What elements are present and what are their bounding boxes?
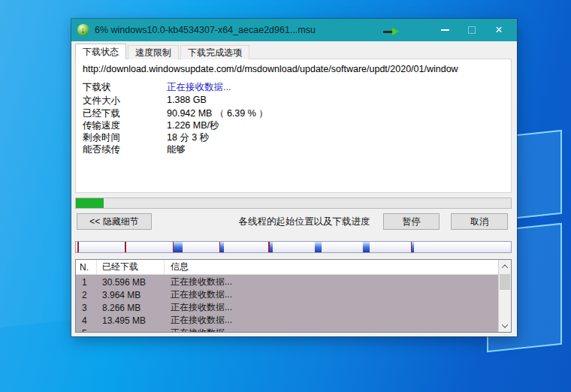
field-resume-capability: 能否续传 能够 [76, 143, 511, 155]
transfer-rate-value: 1.226 MB/秒 [167, 119, 219, 132]
progress-fill [76, 198, 104, 208]
thread-bar [75, 241, 512, 253]
thread-progress-block [220, 242, 224, 252]
tab-download-status[interactable]: 下载状态 [75, 44, 126, 59]
hide-details-button[interactable]: << 隐藏细节 [77, 213, 152, 230]
maximize-icon [468, 26, 476, 34]
thread-progress-block [270, 242, 273, 252]
scroll-down-button[interactable] [499, 319, 511, 332]
chevron-up-icon [502, 264, 508, 270]
thread-start-marker [77, 242, 79, 252]
window-title: 6% windows10.0-kb4534307-x64_aecae2d961.… [95, 25, 316, 35]
scroll-up-button[interactable] [499, 260, 511, 273]
tab-speed-limit[interactable]: 速度限制 [128, 45, 179, 59]
field-downloaded: 已经下载 90.942 MB （ 6.39 % ） [76, 107, 511, 119]
maximize-button [458, 19, 485, 41]
tab-strip: 下载状态 速度限制 下载完成选项 [75, 44, 251, 59]
close-button[interactable]: × [485, 19, 512, 41]
scrollbar-thumb[interactable] [500, 274, 510, 290]
titlebar[interactable]: ↓ 6% windows10.0-kb4534307-x64_aecae2d96… [71, 19, 517, 41]
overall-progress-bar [75, 198, 512, 209]
table-row[interactable]: 4 13.495 MB 正在接收数据... [76, 314, 498, 327]
thread-progress-block [174, 242, 183, 252]
chevron-down-icon [502, 321, 508, 327]
status-value: 正在接收数据... [167, 81, 231, 94]
threads-table-header: N. 已经下载 信息 [76, 260, 498, 275]
field-time-left: 剩余时间 18 分 3 秒 [76, 131, 511, 143]
threads-table-body: 1 30.596 MB 正在接收数据... 2 3.964 MB 正在接收数据.… [76, 276, 498, 332]
field-status: 下载状 正在接收数据... [76, 81, 511, 93]
time-left-value: 18 分 3 秒 [167, 131, 209, 144]
table-row[interactable]: 5 正在接收数据... [76, 327, 498, 333]
downloaded-value: 90.942 MB （ 6.39 % ） [167, 107, 268, 120]
field-transfer-rate: 传输速度 1.226 MB/秒 [76, 119, 511, 131]
column-header-downloaded[interactable]: 已经下载 [97, 260, 165, 274]
pause-button[interactable]: 暂停 [383, 213, 440, 230]
column-header-info[interactable]: 信息 [165, 260, 498, 274]
cancel-button[interactable]: 取消 [451, 213, 508, 230]
table-row[interactable]: 1 30.596 MB 正在接收数据... [76, 276, 498, 288]
thread-progress-block [412, 242, 414, 252]
download-url: http://download.windowsupdate.com/d/msdo… [83, 64, 506, 76]
minimize-icon [441, 29, 449, 31]
minimize-button[interactable] [431, 19, 458, 41]
file-size-value: 1.388 GB [167, 95, 207, 105]
titlebar-controls: × [431, 19, 512, 41]
threads-table: N. 已经下载 信息 1 30.596 MB 正在接收数据... 2 3.964… [75, 259, 512, 333]
table-scrollbar[interactable] [498, 260, 511, 332]
thread-start-marker [125, 242, 126, 252]
idm-download-window: ↓ 6% windows10.0-kb4534307-x64_aecae2d96… [71, 19, 517, 336]
column-header-n[interactable]: N. [76, 260, 97, 274]
table-row[interactable]: 3 8.266 MB 正在接收数据... [76, 301, 498, 314]
close-icon: × [495, 24, 502, 36]
idm-app-icon: ↓ [77, 24, 89, 36]
field-file-size: 文件大小 1.388 GB [76, 95, 511, 107]
desktop-wallpaper: ↓ 6% windows10.0-kb4534307-x64_aecae2d96… [0, 0, 571, 392]
table-row[interactable]: 2 3.964 MB 正在接收数据... [76, 288, 498, 301]
resume-capability-value: 能够 [167, 143, 186, 156]
tab-on-completion-options[interactable]: 下载完成选项 [180, 45, 249, 59]
download-arrow-icon [383, 28, 400, 35]
thread-progress-block [363, 242, 370, 252]
thread-progress-block [315, 242, 321, 252]
download-status-panel: http://download.windowsupdate.com/d/msdo… [75, 59, 512, 193]
